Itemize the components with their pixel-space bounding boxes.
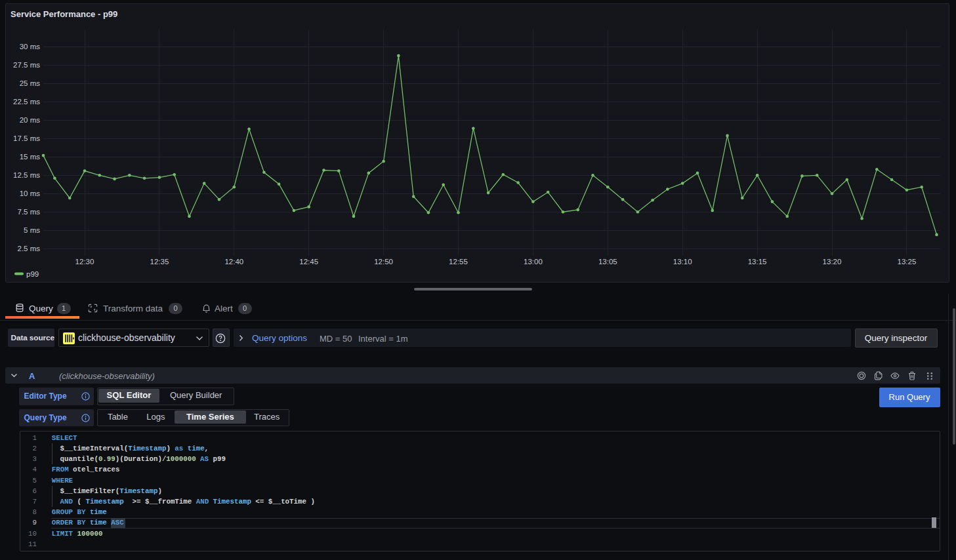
- svg-text:27.5 ms: 27.5 ms: [13, 61, 40, 69]
- svg-text:13:10: 13:10: [673, 258, 692, 266]
- svg-text:12.5 ms: 12.5 ms: [13, 171, 40, 179]
- svg-text:2.5 ms: 2.5 ms: [17, 245, 40, 252]
- svg-text:13:05: 13:05: [598, 258, 617, 266]
- svg-text:15 ms: 15 ms: [20, 153, 41, 161]
- svg-text:7.5 ms: 7.5 ms: [17, 208, 40, 216]
- svg-text:25 ms: 25 ms: [20, 79, 41, 87]
- svg-text:30 ms: 30 ms: [20, 43, 41, 50]
- svg-text:13:00: 13:00: [524, 258, 543, 266]
- svg-text:12:50: 12:50: [374, 258, 393, 266]
- svg-text:12:30: 12:30: [75, 258, 94, 266]
- svg-text:22.5 ms: 22.5 ms: [13, 98, 40, 106]
- svg-text:5 ms: 5 ms: [24, 226, 40, 234]
- svg-text:17.5 ms: 17.5 ms: [13, 134, 40, 142]
- svg-text:12:55: 12:55: [449, 258, 468, 266]
- svg-text:12:45: 12:45: [299, 258, 318, 266]
- svg-text:20 ms: 20 ms: [20, 116, 41, 124]
- svg-text:10 ms: 10 ms: [20, 190, 41, 197]
- svg-text:13:20: 13:20: [823, 258, 842, 266]
- svg-text:p99: p99: [26, 270, 39, 278]
- svg-text:13:15: 13:15: [748, 258, 767, 266]
- svg-text:12:40: 12:40: [224, 258, 243, 266]
- svg-text:12:35: 12:35: [150, 258, 169, 266]
- svg-text:13:25: 13:25: [898, 258, 917, 266]
